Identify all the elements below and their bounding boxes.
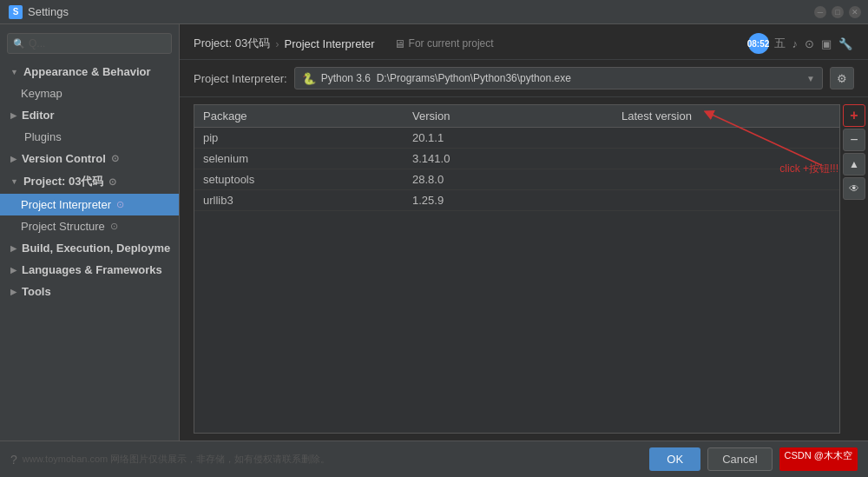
sidebar: 🔍 Q... ▼ Appearance & Behavior Keymap ▶ … xyxy=(0,24,180,441)
pkg-latest xyxy=(621,152,831,165)
expand-icon: ▶ xyxy=(10,244,16,253)
breadcrumb-current: Project Interpreter xyxy=(285,37,375,50)
action-buttons: + − ▲ 👁 xyxy=(840,104,868,434)
dialog: 🔍 Q... ▼ Appearance & Behavior Keymap ▶ … xyxy=(0,24,868,477)
sidebar-item-label: Editor xyxy=(22,109,55,122)
user-avatar: 08:52 xyxy=(748,33,769,54)
eye-button[interactable]: 👁 xyxy=(843,177,865,200)
expand-icon: ▶ xyxy=(10,266,16,275)
app-icon: S xyxy=(9,5,23,19)
interpreter-select[interactable]: 🐍 Python 3.6 D:\Programs\Python\Python36… xyxy=(294,67,823,89)
col-package: Package xyxy=(203,109,412,123)
footer-watermark: www.toymoban.com 网络图片仅供展示，非存储，如有侵权请联系删除。 xyxy=(23,453,330,466)
sidebar-item-label: Project: 03代码 xyxy=(23,174,103,189)
col-latest: Latest version xyxy=(621,109,831,123)
sidebar-item-plugins[interactable]: Plugins xyxy=(0,126,179,148)
expand-icon: ▼ xyxy=(10,177,18,186)
col-version: Version xyxy=(412,109,621,123)
minimize-button[interactable]: ─ xyxy=(814,6,826,18)
toolbar-icon-circle[interactable]: ⊙ xyxy=(803,36,816,52)
sidebar-item-project[interactable]: ▼ Project: 03代码 ⊙ xyxy=(0,169,179,194)
table-row[interactable]: setuptools 28.8.0 xyxy=(194,169,839,190)
sidebar-item-editor[interactable]: ▶ Editor xyxy=(0,104,179,126)
pkg-name: urllib3 xyxy=(203,194,412,207)
sidebar-item-project-structure[interactable]: Project Structure ⊙ xyxy=(0,215,179,237)
pkg-version: 1.25.9 xyxy=(412,194,621,207)
pkg-version: 20.1.1 xyxy=(412,131,621,144)
monitor-icon: 🖥 xyxy=(394,37,405,50)
sidebar-item-label: Project Structure xyxy=(21,220,105,233)
table-body: pip 20.1.1 selenium 3.141.0 setuptools xyxy=(194,128,839,211)
pkg-name: pip xyxy=(203,131,412,144)
pkg-version: 28.8.0 xyxy=(412,173,621,186)
sidebar-item-label: Appearance & Behavior xyxy=(23,65,151,78)
window-controls[interactable]: ─ □ ✕ xyxy=(814,6,861,18)
search-box[interactable]: 🔍 Q... xyxy=(7,33,172,54)
interpreter-label: Project Interpreter: xyxy=(194,72,287,85)
sidebar-item-label: Languages & Frameworks xyxy=(22,263,162,276)
add-package-button[interactable]: + xyxy=(843,104,865,127)
dialog-body: 🔍 Q... ▼ Appearance & Behavior Keymap ▶ … xyxy=(0,24,868,441)
pkg-latest xyxy=(621,194,831,207)
sidebar-item-tools[interactable]: ▶ Tools xyxy=(0,281,179,302)
dialog-footer: ? www.toymoban.com 网络图片仅供展示，非存储，如有侵权请联系删… xyxy=(0,441,868,477)
scroll-up-button[interactable]: ▲ xyxy=(843,153,865,176)
pkg-latest xyxy=(621,131,831,144)
title-bar-text: Settings xyxy=(28,5,69,18)
sidebar-item-vcs[interactable]: ▶ Version Control ⊙ xyxy=(0,148,179,169)
table-header: Package Version Latest version xyxy=(194,105,839,128)
title-bar: S Settings ─ □ ✕ xyxy=(0,0,868,24)
csdn-badge: CSDN @木木空 xyxy=(779,447,858,471)
toolbar-icon-music[interactable]: ♪ xyxy=(791,36,800,52)
breadcrumb-separator: › xyxy=(275,37,279,50)
table-wrap: Package Version Latest version pip 20.1.… xyxy=(194,104,840,434)
vcs-icon: ⊙ xyxy=(111,153,119,164)
structure-icon: ⊙ xyxy=(110,221,118,232)
sidebar-item-languages[interactable]: ▶ Languages & Frameworks xyxy=(0,259,179,281)
dropdown-arrow-icon: ▼ xyxy=(806,74,815,83)
footer-left: ? www.toymoban.com 网络图片仅供展示，非存储，如有侵权请联系删… xyxy=(10,453,330,467)
interpreter-icon: ⊙ xyxy=(116,199,124,210)
interpreter-settings-button[interactable]: ⚙ xyxy=(830,67,854,89)
expand-icon: ▶ xyxy=(10,155,16,163)
maximize-button[interactable]: □ xyxy=(832,6,844,18)
toolbar-icon-grid[interactable]: ▣ xyxy=(819,36,833,52)
top-right-icons: 08:52 五 ♪ ⊙ ▣ 🔧 xyxy=(748,33,855,54)
ok-button[interactable]: OK xyxy=(649,447,700,471)
content-area: Project: 03代码 › Project Interpreter 🖥 Fo… xyxy=(180,24,868,441)
search-icon: 🔍 xyxy=(13,38,25,50)
remove-package-button[interactable]: − xyxy=(843,129,865,151)
footer-buttons: OK Cancel CSDN @木木空 xyxy=(649,447,858,471)
sidebar-item-build[interactable]: ▶ Build, Execution, Deployme xyxy=(0,237,179,259)
for-current-text: For current project xyxy=(409,37,494,50)
sidebar-item-label: Version Control xyxy=(22,152,106,165)
pkg-version: 3.141.0 xyxy=(412,152,621,165)
project-icon: ⊙ xyxy=(108,176,116,188)
sidebar-item-label: Build, Execution, Deployme xyxy=(22,242,170,255)
pkg-name: setuptools xyxy=(203,173,412,186)
expand-icon: ▶ xyxy=(10,111,16,120)
sidebar-item-appearance[interactable]: ▼ Appearance & Behavior xyxy=(0,61,179,83)
sidebar-item-project-interpreter[interactable]: Project Interpreter ⊙ xyxy=(0,194,179,215)
table-row[interactable]: urllib3 1.25.9 xyxy=(194,190,839,211)
package-area: Package Version Latest version pip 20.1.… xyxy=(180,97,868,441)
toolbar-icon-5[interactable]: 五 xyxy=(773,34,787,53)
close-button[interactable]: ✕ xyxy=(849,6,861,18)
sidebar-item-keymap[interactable]: Keymap xyxy=(0,83,179,104)
breadcrumb: Project: 03代码 › Project Interpreter 🖥 Fo… xyxy=(180,24,868,60)
sidebar-item-label: Plugins xyxy=(10,130,62,143)
sidebar-item-label: Project Interpreter xyxy=(21,198,111,211)
table-row[interactable]: selenium 3.141.0 xyxy=(194,149,839,169)
sidebar-item-label: Keymap xyxy=(21,87,62,100)
python-icon: 🐍 xyxy=(302,72,316,85)
expand-icon: ▶ xyxy=(10,288,16,296)
for-current-indicator: 🖥 For current project xyxy=(394,37,494,50)
help-button[interactable]: ? xyxy=(10,453,17,467)
package-table: Package Version Latest version pip 20.1.… xyxy=(194,104,840,434)
toolbar-icon-wrench[interactable]: 🔧 xyxy=(837,36,854,52)
expand-icon: ▼ xyxy=(10,68,18,76)
interpreter-value: Python 3.6 D:\Programs\Python\Python36\p… xyxy=(321,72,571,84)
cancel-button[interactable]: Cancel xyxy=(707,447,772,471)
table-row[interactable]: pip 20.1.1 xyxy=(194,128,839,149)
search-placeholder: Q... xyxy=(29,37,45,50)
